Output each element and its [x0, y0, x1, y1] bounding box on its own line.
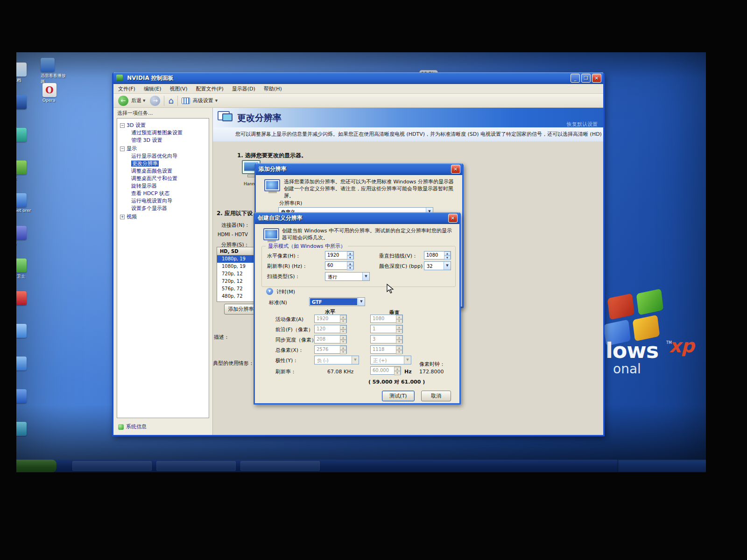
h-pixels-spinner[interactable]: 1920▲▼ — [325, 251, 354, 259]
desktop-icon[interactable]: 全卫士 — [16, 259, 42, 280]
tree-item-desktop-color[interactable]: 调整桌面颜色设置 — [131, 168, 172, 175]
scan-type-select[interactable]: 逐行▼ — [325, 272, 370, 281]
dialog-titlebar[interactable]: 添加分辨率 ✕ — [256, 163, 462, 175]
resolution-item[interactable]: 1080p, 19 — [217, 263, 257, 270]
tree-node-3d-settings[interactable]: −3D 设置 — [120, 122, 146, 129]
window-titlebar[interactable]: NVIDIA 控制面板 _ ❐ ✕ — [113, 72, 603, 84]
tree-item-rotate-display[interactable]: 旋转显示器 — [131, 183, 157, 189]
back-button[interactable]: ← — [118, 96, 128, 106]
desktop-icon[interactable] — [16, 389, 42, 404]
front-porch-label: 前沿(F)（像素）： — [275, 326, 318, 333]
desktop-icon[interactable]: 音 — [16, 226, 42, 247]
mail-icon — [16, 389, 27, 403]
page-header-band: 更改分辨率 — [213, 108, 603, 127]
red-app-icon — [16, 291, 27, 305]
tree-item-multiple-displays[interactable]: 设置多个显示器 — [131, 205, 167, 212]
spin-up-icon: ▲ — [347, 262, 353, 266]
forward-button[interactable]: → — [150, 96, 160, 106]
menu-help[interactable]: 帮助(H) — [264, 85, 282, 92]
taskbar-button[interactable] — [156, 461, 236, 471]
color-depth-label: 颜色深度(C) (bpp)： — [379, 263, 428, 270]
tree-item-adjust-image-preview[interactable]: 通过预览调整图象设置 — [131, 130, 183, 136]
desktop-icon-opera[interactable]: OOpera — [42, 83, 71, 103]
maximize-button[interactable]: ❐ — [581, 74, 591, 83]
menu-profiles[interactable]: 配置文件(P) — [196, 85, 224, 92]
step2-label: 2. 应用以下设 — [217, 210, 253, 217]
desktop-icon[interactable] — [16, 291, 42, 306]
desktop-icon[interactable]: 站 — [16, 161, 42, 182]
desktop-icon[interactable] — [16, 357, 42, 371]
dialog-titlebar[interactable]: 创建自定义分辨率 ✕ — [255, 212, 459, 224]
change-resolution-icon — [218, 110, 234, 124]
resolution-item[interactable]: 1080p, 19 — [217, 255, 257, 263]
system-info-icon — [118, 424, 124, 430]
scan-type-label: 扫描类型(S)： — [267, 273, 300, 280]
tree-item-hdcp-status[interactable]: 查看 HDCP 状态 — [131, 190, 169, 197]
start-button[interactable] — [16, 460, 56, 472]
system-info-link[interactable]: 系统信息 — [118, 423, 147, 430]
taskbar-button[interactable] — [240, 461, 320, 471]
back-caret-icon[interactable]: ▼ — [143, 99, 145, 103]
window-title: NVIDIA 控制面板 — [127, 75, 174, 81]
task-sidebar: 选择一项任务... −3D 设置 通过预览调整图象设置 管理 3D 设置 −显示… — [113, 108, 213, 435]
desktop-icon-xunlei[interactable]: 迅雷看看播放器 — [41, 58, 70, 83]
chevron-down-icon[interactable]: ▼ — [362, 273, 369, 280]
chevron-down-icon[interactable]: ▼ — [358, 298, 365, 306]
test-button[interactable]: 测试(T) — [382, 391, 415, 401]
spin-up-icon: ▲ — [347, 252, 353, 256]
advanced-caret-icon[interactable]: ▼ — [215, 99, 218, 103]
desktop-icon[interactable] — [16, 128, 42, 143]
cancel-button[interactable]: 取消 — [421, 391, 451, 401]
taskbar-button[interactable] — [72, 461, 152, 471]
resolution-item[interactable]: 720p, 12 — [217, 270, 257, 278]
close-button[interactable]: ✕ — [592, 74, 601, 83]
desktop-icon[interactable]: rnet orer — [16, 193, 42, 213]
refresh-rate-spinner[interactable]: 60▲▼ — [325, 261, 354, 270]
tree-node-video[interactable]: +视频 — [120, 214, 137, 220]
tree-node-display[interactable]: −显示 — [120, 146, 137, 152]
tree-item-desktop-size[interactable]: 调整桌面尺寸和位置 — [131, 175, 177, 182]
active-pixels-v-spinner: 1080▲▼ — [370, 315, 403, 323]
dialog-close-button[interactable]: ✕ — [451, 165, 460, 174]
resolution-item[interactable]: 480p, 72 — [217, 293, 257, 300]
security-shield-icon — [16, 259, 27, 273]
dialog-close-button[interactable]: ✕ — [448, 214, 458, 223]
tree-item-display-wizard[interactable]: 运行显示器优化向导 — [131, 153, 177, 160]
desktop-icon[interactable] — [16, 95, 42, 110]
resolution-item[interactable]: 576p, 72 — [217, 285, 257, 293]
front-porch-h-spinner: 120▲▼ — [314, 325, 347, 333]
tree-item-change-resolution[interactable]: 更改分辨率 — [131, 161, 159, 167]
v-lines-spinner[interactable]: 1080▲▼ — [424, 251, 451, 259]
tree-item-manage-3d[interactable]: 管理 3D 设置 — [131, 137, 162, 144]
standard-select[interactable]: GTF▼ — [309, 297, 365, 306]
hz-unit: Hz — [404, 368, 412, 375]
color-depth-select[interactable]: 32▼ — [424, 261, 451, 270]
restore-defaults-link[interactable]: 恢复默认设置 — [567, 121, 598, 128]
menu-view[interactable]: 视图(V) — [169, 85, 187, 92]
collapse-icon[interactable]: − — [120, 147, 125, 151]
tree-item-tv-wizard[interactable]: 运行电视设置向导 — [131, 198, 172, 204]
desktop-icon[interactable]: 文档 — [16, 63, 42, 84]
minimize-button[interactable]: _ — [571, 74, 580, 83]
resolution-listbox[interactable]: HD, SD 1080p, 19 1080p, 19 720p, 12 720p… — [217, 247, 258, 302]
browser-icon — [16, 324, 27, 338]
typical-usage-label: 典型的使用情形： — [213, 360, 254, 367]
timing-collapse-button[interactable]: ▼ — [266, 288, 273, 295]
home-button[interactable]: ⌂ — [168, 96, 173, 105]
expand-icon[interactable]: + — [120, 215, 125, 219]
documents-icon — [16, 63, 27, 77]
menu-display[interactable]: 显示器(D) — [232, 85, 255, 92]
desktop-icon[interactable] — [16, 422, 42, 437]
chevron-down-icon[interactable]: ▼ — [444, 262, 451, 270]
add-resolutions-button[interactable]: 添加分辨率 — [224, 304, 258, 315]
system-tray[interactable] — [617, 460, 706, 472]
menu-file[interactable]: 文件(F) — [118, 85, 135, 92]
menu-edit[interactable]: 编辑(E) — [144, 85, 162, 92]
chat-icon — [16, 422, 27, 436]
menu-bar: 文件(F) 编辑(E) 视图(V) 配置文件(P) 显示器(D) 帮助(H) — [113, 84, 603, 94]
collapse-icon[interactable]: − — [120, 123, 125, 128]
resolution-item[interactable]: 720p, 12 — [217, 278, 257, 285]
advanced-settings-button[interactable]: 高级设置 — [193, 97, 213, 104]
spin-up-icon: ▲ — [444, 252, 451, 256]
desktop-icon[interactable] — [16, 324, 42, 339]
